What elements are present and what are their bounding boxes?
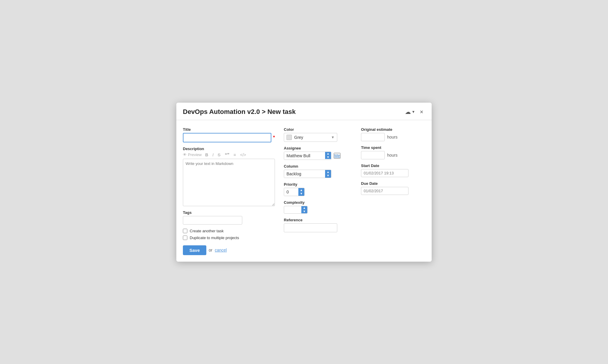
duplicate-checkbox[interactable] <box>183 236 187 240</box>
complexity-label: Complexity <box>284 200 352 205</box>
reference-label: Reference <box>284 218 352 222</box>
description-field-group: Description 👁 Preview B I S ❝❞ ≡ </> <box>183 147 275 206</box>
close-button[interactable]: × <box>418 108 425 115</box>
tags-field-group: Tags <box>183 210 275 225</box>
tags-label: Tags <box>183 210 275 215</box>
duplicate-row: Duplicate to multiple projects <box>183 236 275 240</box>
start-date-field-group: Start Date <box>361 163 425 177</box>
middle-column: Color Grey ▼ Assignee Matthew Bull ▲ ▼ <box>275 127 352 255</box>
time-spent-row: hours <box>361 151 425 159</box>
start-date-label: Start Date <box>361 163 425 168</box>
assignee-spinner[interactable]: ▲ ▼ <box>325 152 331 159</box>
preview-toggle[interactable]: 👁 Preview <box>183 152 202 157</box>
save-button[interactable]: Save <box>183 245 206 255</box>
cloud-save-button[interactable]: ☁ ▼ <box>405 108 415 115</box>
eye-icon: 👁 <box>183 152 187 157</box>
me-button[interactable]: Me <box>334 153 341 159</box>
original-estimate-label: Original estimate <box>361 127 425 132</box>
reference-input[interactable] <box>284 223 337 232</box>
description-label: Description <box>183 147 275 151</box>
time-spent-label: Time spent <box>361 145 425 150</box>
title-input[interactable] <box>183 133 271 142</box>
original-estimate-hours-label: hours <box>387 135 398 139</box>
priority-spinner-down-icon: ▼ <box>300 192 303 195</box>
preview-label: Preview <box>188 152 202 157</box>
priority-box: 0 ▲ ▼ <box>284 188 305 196</box>
column-spinner-up-icon: ▲ <box>327 170 330 174</box>
list-button[interactable]: ≡ <box>233 152 237 157</box>
time-spent-hours-label: hours <box>387 153 398 158</box>
time-spent-input[interactable] <box>361 151 385 159</box>
cloud-icon: ☁ <box>405 108 411 115</box>
checkboxes-group: Create another task Duplicate to multipl… <box>183 229 275 240</box>
reference-field-group: Reference <box>284 218 352 232</box>
cancel-button[interactable]: cancel <box>215 248 227 252</box>
title-row: * <box>183 133 275 142</box>
left-column: Title * Description 👁 Preview B I S <box>183 127 275 255</box>
complexity-spinner[interactable]: ▲ ▼ <box>301 206 307 213</box>
assignee-field-group: Assignee Matthew Bull ▲ ▼ Me <box>284 146 352 160</box>
column-value: Backlog <box>284 170 325 178</box>
color-value: Grey <box>294 135 329 140</box>
original-estimate-input[interactable] <box>361 133 385 141</box>
or-text: or <box>209 248 212 252</box>
color-swatch <box>286 135 292 140</box>
modal-header: DevOps Automation v2.0 > New task ☁ ▼ × <box>176 103 432 120</box>
create-another-label: Create another task <box>190 229 224 233</box>
column-label: Column <box>284 164 352 169</box>
italic-button[interactable]: I <box>212 152 214 157</box>
priority-value: 0 <box>284 188 298 196</box>
title-field-group: Title * <box>183 127 275 142</box>
create-another-checkbox[interactable] <box>183 229 187 233</box>
start-date-input[interactable] <box>361 169 408 177</box>
right-column: Original estimate hours Time spent hours… <box>352 127 425 255</box>
assignee-box: Matthew Bull ▲ ▼ <box>284 152 331 160</box>
create-another-row: Create another task <box>183 229 275 233</box>
duplicate-label: Duplicate to multiple projects <box>190 236 239 240</box>
modal-body: Title * Description 👁 Preview B I S <box>176 120 432 262</box>
assignee-value: Matthew Bull <box>284 152 325 160</box>
spinner-down-icon: ▼ <box>327 155 330 159</box>
due-date-label: Due Date <box>361 181 425 186</box>
description-toolbar: 👁 Preview B I S ❝❞ ≡ </> <box>183 152 275 158</box>
color-label: Color <box>284 127 352 132</box>
bold-button[interactable]: B <box>205 152 209 157</box>
time-spent-field-group: Time spent hours <box>361 145 425 159</box>
strikethrough-button[interactable]: S <box>217 152 221 157</box>
column-spinner[interactable]: ▲ ▼ <box>325 170 331 178</box>
save-row: Save or cancel <box>183 245 275 255</box>
code-button[interactable]: </> <box>240 152 247 157</box>
color-dropdown[interactable]: Grey ▼ <box>284 133 337 142</box>
color-dropdown-arrow-icon: ▼ <box>331 135 335 139</box>
spinner-up-icon: ▲ <box>327 152 330 155</box>
tags-input[interactable] <box>183 216 242 225</box>
complexity-spinner-up-icon: ▲ <box>303 206 306 210</box>
modal-title: DevOps Automation v2.0 > New task <box>183 108 296 116</box>
priority-spinner[interactable]: ▲ ▼ <box>298 188 304 196</box>
complexity-value <box>284 208 301 211</box>
original-estimate-field-group: Original estimate hours <box>361 127 425 141</box>
title-label: Title <box>183 127 275 132</box>
dropdown-arrow-icon: ▼ <box>411 110 415 114</box>
color-field-group: Color Grey ▼ <box>284 127 352 142</box>
original-estimate-row: hours <box>361 133 425 141</box>
new-task-modal: DevOps Automation v2.0 > New task ☁ ▼ × … <box>176 103 432 262</box>
due-date-field-group: Due Date <box>361 181 425 195</box>
assignee-label: Assignee <box>284 146 352 150</box>
complexity-box: ▲ ▼ <box>284 206 308 214</box>
complexity-field-group: Complexity ▲ ▼ <box>284 200 352 214</box>
complexity-spinner-down-icon: ▼ <box>303 210 306 213</box>
header-actions: ☁ ▼ × <box>405 108 425 115</box>
priority-label: Priority <box>284 182 352 187</box>
quote-button[interactable]: ❝❞ <box>224 152 230 158</box>
assignee-row: Matthew Bull ▲ ▼ Me <box>284 152 352 160</box>
column-box: Backlog ▲ ▼ <box>284 170 331 178</box>
column-spinner-down-icon: ▼ <box>327 174 330 177</box>
due-date-input[interactable] <box>361 187 408 195</box>
column-field-group: Column Backlog ▲ ▼ <box>284 164 352 178</box>
description-textarea[interactable] <box>183 159 275 206</box>
priority-field-group: Priority 0 ▲ ▼ <box>284 182 352 196</box>
priority-spinner-up-icon: ▲ <box>300 188 303 192</box>
